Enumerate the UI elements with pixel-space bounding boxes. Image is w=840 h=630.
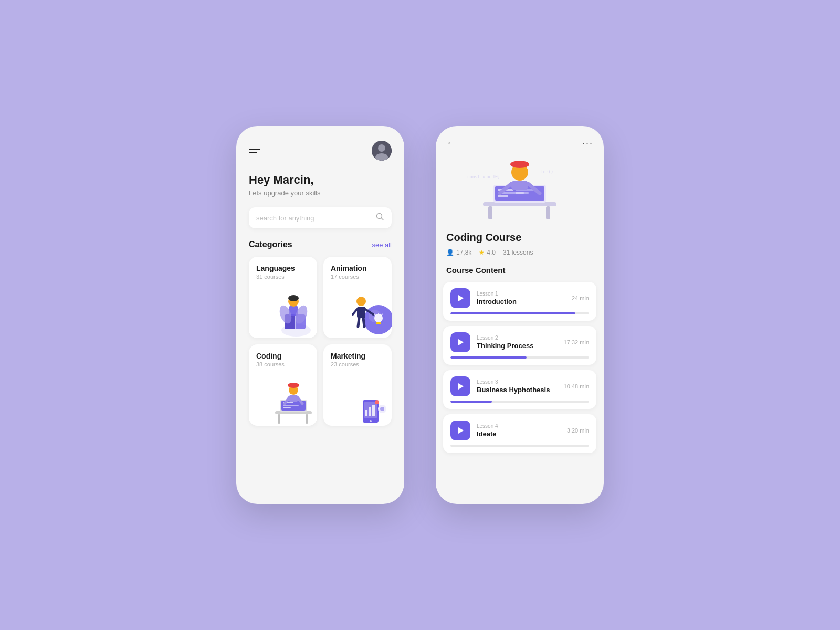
- lesson-name-2: Thinking Process: [477, 342, 558, 350]
- progress-bar-bg-4: [450, 445, 589, 447]
- lesson-card-4[interactable]: Lesson 4 Ideate 3:20 min: [443, 414, 596, 453]
- category-card-marketing[interactable]: Marketing 23 courses: [323, 344, 392, 426]
- back-button[interactable]: ←: [446, 138, 456, 149]
- category-card-animation[interactable]: Animation 17 courses: [323, 257, 392, 338]
- lesson-card-2[interactable]: Lesson 2 Thinking Process 17:32 min: [443, 326, 596, 365]
- play-button-1[interactable]: [450, 288, 470, 308]
- marketing-illustration: [344, 379, 392, 426]
- play-icon: [458, 427, 464, 434]
- svg-rect-34: [283, 407, 291, 408]
- greeting-name: Hey Marcin,: [249, 173, 392, 187]
- rating: ★ 4.0: [479, 249, 496, 256]
- category-card-coding[interactable]: Coding 38 courses: [249, 344, 317, 426]
- svg-rect-33: [283, 405, 299, 406]
- course-meta: 👤 17,8k ★ 4.0 31 lessons: [446, 249, 593, 256]
- left-header: [249, 141, 392, 161]
- greeting-sub: Lets upgrade your skills: [249, 189, 392, 197]
- svg-text:for(): for(): [541, 170, 553, 174]
- svg-line-23: [358, 318, 359, 327]
- svg-rect-64: [511, 181, 528, 190]
- categories-title: Categories: [249, 240, 292, 249]
- avatar-image: [372, 141, 392, 161]
- lesson-name-1: Introduction: [477, 298, 565, 306]
- svg-rect-28: [278, 414, 280, 424]
- categories-grid: Languages 31 courses: [249, 257, 392, 426]
- hamburger-menu[interactable]: [249, 149, 260, 153]
- languages-illustration: [270, 291, 317, 338]
- lesson-number-4: Lesson 4: [477, 423, 561, 429]
- category-count: 23 courses: [331, 361, 384, 368]
- search-icon: [376, 213, 384, 223]
- svg-rect-48: [372, 405, 375, 416]
- lesson-list: Lesson 1 Introduction 24 min Lesson 2: [436, 282, 604, 464]
- svg-line-26: [353, 309, 357, 314]
- svg-rect-47: [369, 407, 371, 416]
- category-count: 38 courses: [256, 361, 310, 368]
- svg-point-43: [370, 420, 372, 422]
- svg-point-13: [288, 295, 299, 301]
- svg-rect-17: [376, 322, 381, 324]
- more-options-button[interactable]: ···: [582, 138, 593, 149]
- right-content: ← ···: [436, 126, 604, 504]
- svg-point-45: [380, 407, 384, 411]
- svg-point-1: [378, 144, 385, 152]
- progress-bar-bg-2: [450, 356, 589, 359]
- svg-rect-37: [291, 383, 296, 386]
- left-phone: Hey Marcin, Lets upgrade your skills sea…: [236, 126, 404, 504]
- play-button-2[interactable]: [450, 332, 470, 352]
- lesson-number-2: Lesson 2: [477, 335, 558, 341]
- category-card-languages[interactable]: Languages 31 courses: [249, 257, 317, 338]
- coding-illustration: [270, 379, 317, 426]
- svg-rect-38: [289, 395, 298, 402]
- progress-bar-fill-1: [450, 312, 575, 314]
- svg-rect-59: [516, 192, 529, 194]
- svg-rect-57: [498, 195, 508, 197]
- lesson-duration-1: 24 min: [572, 295, 589, 301]
- lessons-count: 31 lessons: [503, 249, 533, 256]
- category-name: Coding: [256, 352, 310, 360]
- svg-rect-51: [488, 206, 492, 219]
- right-phone: ← ···: [436, 126, 604, 504]
- play-button-4[interactable]: [450, 421, 470, 440]
- category-name: Animation: [331, 264, 384, 272]
- svg-rect-29: [306, 414, 308, 424]
- lesson-duration-4: 3:20 min: [567, 427, 589, 434]
- lesson-number-3: Lesson 3: [477, 379, 558, 385]
- lesson-duration-2: 17:32 min: [564, 339, 589, 345]
- search-placeholder: search for anything: [256, 214, 314, 222]
- students-count: 👤 17,8k: [446, 249, 471, 256]
- lesson-card-3[interactable]: Lesson 3 Business Hyphothesis 10:48 min: [443, 370, 596, 409]
- progress-bar-fill-3: [450, 401, 492, 403]
- lesson-name-3: Business Hyphothesis: [477, 386, 558, 394]
- svg-rect-46: [365, 410, 368, 416]
- categories-header: Categories see all: [249, 240, 392, 249]
- lesson-card-1[interactable]: Lesson 1 Introduction 24 min: [443, 282, 596, 321]
- search-bar[interactable]: search for anything: [249, 207, 392, 228]
- person-icon: 👤: [446, 249, 454, 256]
- play-icon: [458, 383, 464, 390]
- animation-illustration: [344, 291, 392, 338]
- svg-point-49: [375, 400, 379, 404]
- svg-point-21: [356, 297, 366, 306]
- category-name: Languages: [256, 264, 310, 272]
- svg-rect-63: [515, 161, 524, 166]
- progress-bar-bg-1: [450, 312, 589, 314]
- play-icon: [458, 295, 464, 301]
- category-count: 17 courses: [331, 274, 384, 280]
- course-hero: const x = 10; for(): [436, 155, 604, 223]
- lesson-number-1: Lesson 1: [477, 291, 565, 297]
- right-header: ← ···: [436, 126, 604, 155]
- svg-line-4: [382, 218, 384, 220]
- play-button-3[interactable]: [450, 376, 470, 396]
- course-info-section: Coding Course 👤 17,8k ★ 4.0 31 lessons C…: [436, 223, 604, 275]
- avatar[interactable]: [372, 141, 392, 161]
- course-title: Coding Course: [446, 232, 593, 244]
- svg-rect-22: [357, 307, 365, 318]
- svg-text:const x = 10;: const x = 10;: [467, 175, 500, 180]
- star-icon: ★: [479, 249, 485, 256]
- category-name: Marketing: [331, 352, 384, 360]
- section-title: Course Content: [446, 266, 593, 275]
- lesson-duration-3: 10:48 min: [564, 383, 589, 390]
- play-icon: [458, 339, 464, 345]
- see-all-link[interactable]: see all: [372, 241, 392, 249]
